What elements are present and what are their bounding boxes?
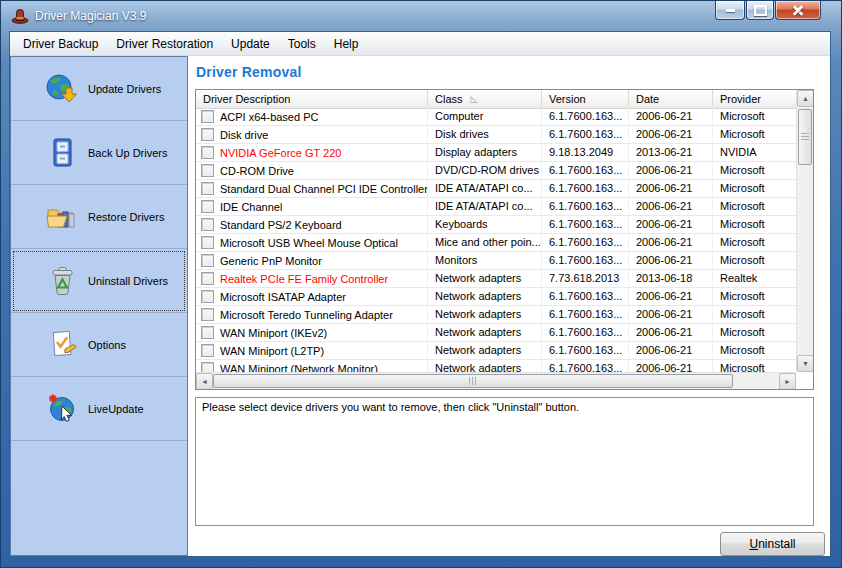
table-row[interactable]: IDE Channel IDE ATA/ATAPI co... 6.1.7600… xyxy=(196,198,796,216)
driver-provider: Realtek xyxy=(713,270,796,287)
table-row[interactable]: WAN Miniport (Network Monitor) Network a… xyxy=(196,360,796,372)
scroll-up-button[interactable]: ▲ xyxy=(797,90,814,107)
titlebar[interactable]: Driver Magician V3.9 xyxy=(1,1,841,31)
sidebar-item-uninstall-drivers[interactable]: Uninstall Drivers xyxy=(11,249,187,313)
driver-version: 6.1.7600.163... xyxy=(542,342,629,359)
driver-date: 2006-06-21 xyxy=(629,162,713,179)
maximize-button[interactable] xyxy=(746,1,774,20)
row-checkbox[interactable] xyxy=(201,218,214,231)
driver-date: 2006-06-21 xyxy=(629,108,713,125)
driver-magician-window: Driver Magician V3.9 Driver Backup Drive… xyxy=(0,0,842,568)
globe-download-icon xyxy=(45,73,79,105)
column-header-provider[interactable]: Provider xyxy=(713,90,796,108)
table-row[interactable]: Disk drive Disk drives 6.1.7600.163... 2… xyxy=(196,126,796,144)
driver-date: 2006-06-21 xyxy=(629,360,713,372)
driver-description: ACPI x64-based PC xyxy=(220,109,318,125)
driver-class: Disk drives xyxy=(428,126,542,143)
table-row[interactable]: Microsoft ISATAP Adapter Network adapter… xyxy=(196,288,796,306)
info-text: Please select device drivers you want to… xyxy=(202,401,579,413)
driver-class: Monitors xyxy=(428,252,542,269)
table-row[interactable]: WAN Miniport (L2TP) Network adapters 6.1… xyxy=(196,342,796,360)
table-row[interactable]: Standard Dual Channel PCI IDE Controller… xyxy=(196,180,796,198)
row-checkbox[interactable] xyxy=(201,164,214,177)
driver-description: CD-ROM Drive xyxy=(220,163,294,179)
arrow-down-icon: ▼ xyxy=(802,360,809,367)
driver-class: Keyboards xyxy=(428,216,542,233)
row-checkbox[interactable] xyxy=(201,128,214,141)
column-header-driver-description[interactable]: Driver Description xyxy=(196,90,428,108)
driver-date: 2006-06-21 xyxy=(629,180,713,197)
close-button[interactable] xyxy=(775,1,821,20)
row-checkbox[interactable] xyxy=(201,236,214,249)
driver-version: 6.1.7600.163... xyxy=(542,198,629,215)
row-checkbox[interactable] xyxy=(201,344,214,357)
column-header-class[interactable]: Class◺ xyxy=(428,90,542,108)
info-panel: Please select device drivers you want to… xyxy=(195,397,814,526)
column-header-version[interactable]: Version xyxy=(542,90,629,108)
horizontal-scroll-thumb[interactable] xyxy=(213,374,733,388)
horizontal-scrollbar[interactable]: ◄ ► xyxy=(196,372,796,389)
row-checkbox[interactable] xyxy=(201,182,214,195)
driver-version: 6.1.7600.163... xyxy=(542,162,629,179)
driver-class: Network adapters xyxy=(428,306,542,323)
table-row[interactable]: Microsoft USB Wheel Mouse Optical Mice a… xyxy=(196,234,796,252)
row-checkbox[interactable] xyxy=(201,362,214,372)
driver-description: WAN Miniport (Network Monitor) xyxy=(220,361,378,373)
uninstall-button[interactable]: Uninstall xyxy=(720,532,825,556)
magician-hat-icon xyxy=(11,8,29,24)
row-checkbox[interactable] xyxy=(201,110,214,123)
row-checkbox[interactable] xyxy=(201,326,214,339)
table-row[interactable]: CD-ROM Drive DVD/CD-ROM drives 6.1.7600.… xyxy=(196,162,796,180)
maximize-icon xyxy=(754,5,767,16)
vertical-scroll-thumb[interactable] xyxy=(798,109,812,165)
minimize-button[interactable] xyxy=(715,1,745,20)
table-row[interactable]: WAN Miniport (IKEv2) Network adapters 6.… xyxy=(196,324,796,342)
vertical-scrollbar[interactable]: ▲ ▼ xyxy=(796,90,813,372)
row-checkbox[interactable] xyxy=(201,308,214,321)
page-title: Driver Removal xyxy=(196,64,830,80)
main-panel: Driver Removal Driver Description Class◺… xyxy=(188,56,830,556)
menu-tools[interactable]: Tools xyxy=(279,33,325,55)
driver-date: 2006-06-21 xyxy=(629,126,713,143)
driver-provider: Microsoft xyxy=(713,216,796,233)
driver-date: 2013-06-18 xyxy=(629,270,713,287)
scroll-right-button[interactable]: ► xyxy=(779,373,796,390)
column-label: Version xyxy=(549,91,586,108)
table-row[interactable]: Standard PS/2 Keyboard Keyboards 6.1.760… xyxy=(196,216,796,234)
table-row[interactable]: Realtek PCIe FE Family Controller Networ… xyxy=(196,270,796,288)
table-row[interactable]: ACPI x64-based PC Computer 6.1.7600.163.… xyxy=(196,108,796,126)
row-checkbox[interactable] xyxy=(201,254,214,267)
table-row[interactable]: Microsoft Teredo Tunneling Adapter Netwo… xyxy=(196,306,796,324)
sidebar-item-label: Back Up Drivers xyxy=(88,147,167,159)
menu-driver-restoration[interactable]: Driver Restoration xyxy=(107,33,222,55)
driver-date: 2006-06-21 xyxy=(629,216,713,233)
sidebar-item-restore-drivers[interactable]: Restore Drivers xyxy=(11,185,187,249)
uninstall-button-label-rest: ninstall xyxy=(758,537,795,551)
row-checkbox[interactable] xyxy=(201,290,214,303)
row-checkbox[interactable] xyxy=(201,200,214,213)
liveupdate-globe-icon xyxy=(45,393,79,425)
menu-help[interactable]: Help xyxy=(325,33,368,55)
menu-driver-backup[interactable]: Driver Backup xyxy=(14,33,107,55)
driver-provider: Microsoft xyxy=(713,288,796,305)
window-title: Driver Magician V3.9 xyxy=(35,9,146,23)
driver-description: Realtek PCIe FE Family Controller xyxy=(220,271,388,287)
sidebar-item-liveupdate[interactable]: LiveUpdate xyxy=(11,377,187,441)
driver-description: IDE Channel xyxy=(220,199,282,215)
menu-update[interactable]: Update xyxy=(222,33,279,55)
scroll-down-button[interactable]: ▼ xyxy=(797,355,814,372)
driver-version: 9.18.13.2049 xyxy=(542,144,629,161)
driver-date: 2006-06-21 xyxy=(629,288,713,305)
row-checkbox[interactable] xyxy=(201,146,214,159)
row-checkbox[interactable] xyxy=(201,272,214,285)
column-label: Provider xyxy=(720,91,761,108)
table-row[interactable]: Generic PnP Monitor Monitors 6.1.7600.16… xyxy=(196,252,796,270)
table-row[interactable]: NVIDIA GeForce GT 220 Display adapters 9… xyxy=(196,144,796,162)
sidebar-item-back-up-drivers[interactable]: Back Up Drivers xyxy=(11,121,187,185)
scroll-left-button[interactable]: ◄ xyxy=(196,373,213,390)
driver-description: Standard PS/2 Keyboard xyxy=(220,217,342,233)
caption-buttons xyxy=(714,1,821,20)
sidebar-item-options[interactable]: Options xyxy=(11,313,187,377)
column-header-date[interactable]: Date xyxy=(629,90,713,108)
sidebar-item-update-drivers[interactable]: Update Drivers xyxy=(11,57,187,121)
